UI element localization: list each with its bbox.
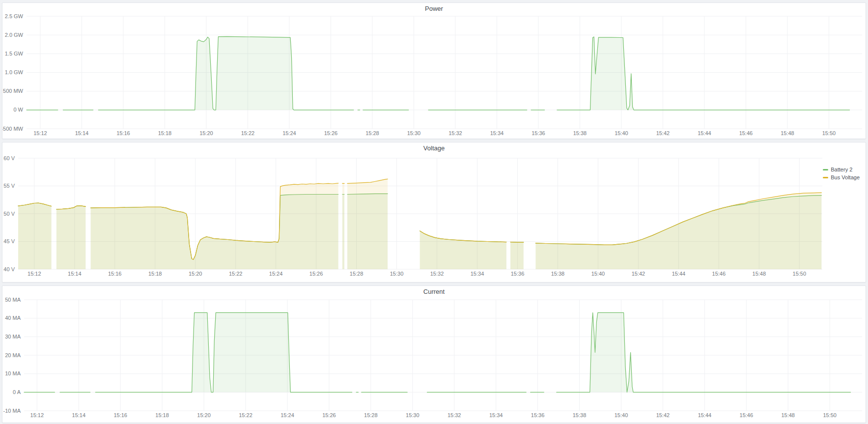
power-chart[interactable]: 15:1215:1415:1615:1815:2015:2215:2415:26… xyxy=(2,14,866,139)
svg-text:15:44: 15:44 xyxy=(672,271,686,277)
svg-text:-10 MA: -10 MA xyxy=(3,408,21,414)
svg-text:2.0 GW: 2.0 GW xyxy=(5,32,24,38)
svg-text:15:50: 15:50 xyxy=(823,412,837,418)
svg-text:15:36: 15:36 xyxy=(511,271,525,277)
svg-text:15:48: 15:48 xyxy=(781,412,795,418)
panel-power: Power 15:1215:1415:1615:1815:2015:2215:2… xyxy=(2,2,866,139)
voltage-chart[interactable]: 15:1215:1415:1615:1815:2015:2215:2415:26… xyxy=(2,153,866,282)
svg-text:50 V: 50 V xyxy=(3,211,15,217)
svg-text:15:26: 15:26 xyxy=(322,412,336,418)
svg-text:15:22: 15:22 xyxy=(229,271,243,277)
svg-text:15:18: 15:18 xyxy=(148,271,162,277)
svg-text:15:50: 15:50 xyxy=(793,271,807,277)
svg-text:15:46: 15:46 xyxy=(712,271,726,277)
svg-text:15:30: 15:30 xyxy=(407,130,421,136)
svg-text:2.5 GW: 2.5 GW xyxy=(5,14,24,19)
svg-text:15:32: 15:32 xyxy=(448,130,462,136)
x-axis-labels: 15:1215:1415:1615:1815:2015:2215:2415:26… xyxy=(33,130,836,136)
svg-text:15:50: 15:50 xyxy=(822,130,836,136)
svg-text:60 V: 60 V xyxy=(3,155,15,161)
panel-title-current[interactable]: Current xyxy=(2,286,866,297)
svg-text:15:14: 15:14 xyxy=(72,412,86,418)
svg-text:40 MA: 40 MA xyxy=(5,315,21,321)
series-area-current xyxy=(24,312,851,392)
svg-text:15:30: 15:30 xyxy=(390,271,404,277)
svg-text:20 MA: 20 MA xyxy=(5,352,21,358)
y-axis-labels: 50 MA40 MA30 MA20 MA10 MA0 A-10 MA xyxy=(3,297,21,414)
svg-text:15:28: 15:28 xyxy=(350,271,364,277)
svg-text:15:40: 15:40 xyxy=(591,271,605,277)
legend-label: Bus Voltage xyxy=(831,174,860,181)
svg-text:15:44: 15:44 xyxy=(698,412,712,418)
svg-text:15:22: 15:22 xyxy=(241,130,255,136)
svg-text:15:12: 15:12 xyxy=(30,412,44,418)
svg-text:15:42: 15:42 xyxy=(656,412,670,418)
svg-text:-500 MW: -500 MW xyxy=(2,126,24,132)
svg-text:15:14: 15:14 xyxy=(75,130,89,136)
svg-text:0 A: 0 A xyxy=(13,389,21,395)
svg-text:15:14: 15:14 xyxy=(68,271,82,277)
svg-text:15:38: 15:38 xyxy=(573,412,587,418)
series-line-current xyxy=(24,312,851,392)
svg-text:15:42: 15:42 xyxy=(632,271,645,277)
legend-color-dash xyxy=(823,169,828,170)
svg-text:15:20: 15:20 xyxy=(199,130,213,136)
legend-item-battery-2[interactable]: Battery 2 xyxy=(823,166,860,173)
svg-text:15:24: 15:24 xyxy=(280,412,294,418)
svg-text:15:12: 15:12 xyxy=(33,130,47,136)
svg-text:15:16: 15:16 xyxy=(116,130,130,136)
svg-text:15:18: 15:18 xyxy=(155,412,169,418)
svg-text:15:22: 15:22 xyxy=(239,412,252,418)
gridlines xyxy=(27,16,862,129)
svg-text:10 MA: 10 MA xyxy=(5,370,21,376)
series-area-power xyxy=(27,36,850,110)
panel-current: Current 15:1215:1415:1615:1815:2015:2215… xyxy=(2,285,866,423)
svg-text:40 V: 40 V xyxy=(3,266,15,272)
svg-text:15:24: 15:24 xyxy=(269,271,283,277)
svg-text:30 MA: 30 MA xyxy=(5,334,21,339)
panel-title-voltage[interactable]: Voltage xyxy=(2,142,866,153)
x-axis-labels: 15:1215:1415:1615:1815:2015:2215:2415:26… xyxy=(30,412,837,418)
legend-label: Battery 2 xyxy=(831,166,852,173)
svg-text:15:34: 15:34 xyxy=(490,130,504,136)
legend-item-bus-voltage[interactable]: Bus Voltage xyxy=(823,174,860,181)
panel-title-power[interactable]: Power xyxy=(2,3,866,14)
series-area-bus-voltage xyxy=(18,179,821,269)
svg-text:15:36: 15:36 xyxy=(531,412,545,418)
svg-text:15:40: 15:40 xyxy=(615,130,628,136)
svg-text:15:34: 15:34 xyxy=(489,412,503,418)
svg-text:15:44: 15:44 xyxy=(698,130,711,136)
svg-text:15:24: 15:24 xyxy=(282,130,296,136)
series-line-power xyxy=(27,36,850,110)
svg-text:15:28: 15:28 xyxy=(365,130,379,136)
svg-text:15:16: 15:16 xyxy=(113,412,127,418)
svg-text:15:20: 15:20 xyxy=(197,412,211,418)
svg-text:15:38: 15:38 xyxy=(573,130,587,136)
svg-text:15:16: 15:16 xyxy=(108,271,122,277)
svg-text:15:42: 15:42 xyxy=(656,130,670,136)
gridlines xyxy=(24,300,862,411)
svg-text:15:38: 15:38 xyxy=(551,271,565,277)
svg-text:45 V: 45 V xyxy=(3,238,15,244)
svg-text:15:48: 15:48 xyxy=(781,130,794,136)
voltage-legend: Battery 2Bus Voltage xyxy=(823,166,860,181)
svg-text:15:20: 15:20 xyxy=(189,271,202,277)
svg-text:15:36: 15:36 xyxy=(532,130,545,136)
x-axis-labels: 15:1215:1415:1615:1815:2015:2215:2415:26… xyxy=(28,271,806,277)
svg-text:15:30: 15:30 xyxy=(406,412,420,418)
svg-text:50 MA: 50 MA xyxy=(5,297,21,303)
svg-text:500 MW: 500 MW xyxy=(3,88,24,94)
svg-text:15:28: 15:28 xyxy=(364,412,378,418)
svg-text:15:32: 15:32 xyxy=(448,412,461,418)
svg-text:15:48: 15:48 xyxy=(753,271,766,277)
svg-text:0 W: 0 W xyxy=(13,107,23,113)
svg-text:15:46: 15:46 xyxy=(739,130,753,136)
svg-text:55 V: 55 V xyxy=(3,183,15,189)
legend-color-dash xyxy=(823,177,828,178)
svg-text:15:26: 15:26 xyxy=(309,271,323,277)
svg-text:1.5 GW: 1.5 GW xyxy=(5,51,24,57)
svg-text:1.0 GW: 1.0 GW xyxy=(5,69,24,75)
current-chart[interactable]: 15:1215:1415:1615:1815:2015:2215:2415:26… xyxy=(2,297,866,423)
svg-text:15:12: 15:12 xyxy=(28,271,41,277)
svg-text:15:34: 15:34 xyxy=(471,271,484,277)
